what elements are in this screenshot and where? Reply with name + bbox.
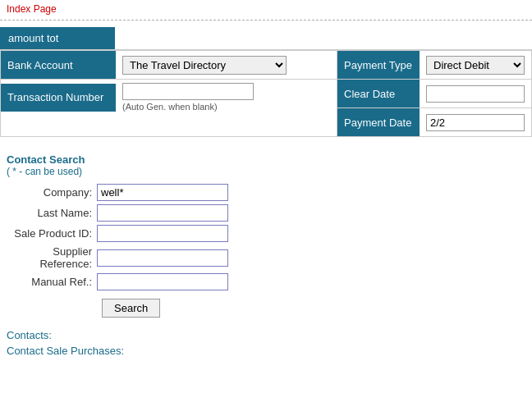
- company-label: Company:: [7, 186, 97, 199]
- clear-date-row: Clear Date: [337, 79, 531, 107]
- transaction-number-row: Transaction Number (Auto Gen. when blank…: [1, 79, 337, 115]
- supplier-ref-label: Supplier Reference:: [7, 245, 97, 270]
- company-row: Company:: [7, 184, 525, 201]
- contacts-section: Contacts: Contact Sale Purchases:: [0, 329, 532, 357]
- bank-account-value: The Travel Directory: [116, 53, 337, 78]
- right-column: Payment Type Direct Debit Clear Date: [337, 50, 531, 136]
- last-name-row: Last Name:: [7, 204, 525, 222]
- manual-ref-row: Manual Ref.:: [7, 273, 525, 290]
- payment-type-label: Payment Type: [337, 51, 420, 79]
- sale-product-label: Sale Product ID:: [7, 227, 97, 240]
- last-name-input[interactable]: [97, 204, 228, 222]
- bank-account-select[interactable]: The Travel Directory: [122, 56, 287, 75]
- contact-sale-purchases-link[interactable]: Contact Sale Purchases:: [7, 345, 525, 357]
- last-name-label: Last Name:: [7, 207, 97, 219]
- payment-date-label: Payment Date: [337, 108, 420, 136]
- bank-account-row: Bank Account The Travel Directory: [1, 50, 337, 79]
- transaction-number-value: (Auto Gen. when blank): [116, 80, 337, 115]
- transaction-number-input[interactable]: [122, 83, 254, 100]
- manual-ref-label: Manual Ref.:: [7, 276, 97, 288]
- contact-search-hint: ( * - can be used): [7, 166, 525, 177]
- clear-date-label: Clear Date: [337, 80, 420, 107]
- clear-date-input[interactable]: [426, 85, 525, 103]
- auto-gen-text: (Auto Gen. when blank): [122, 102, 330, 112]
- sale-product-input[interactable]: [97, 225, 228, 242]
- payment-date-input[interactable]: [426, 114, 525, 131]
- transaction-number-label: Transaction Number: [1, 84, 116, 112]
- contacts-link[interactable]: Contacts:: [7, 329, 525, 341]
- bank-account-label: Bank Account: [1, 51, 116, 79]
- payment-date-value: [420, 111, 531, 135]
- manual-ref-input[interactable]: [97, 273, 228, 290]
- payment-type-value: Direct Debit: [420, 53, 531, 78]
- payment-type-select[interactable]: Direct Debit: [426, 56, 525, 75]
- index-link[interactable]: Index Page: [0, 0, 63, 18]
- payment-date-row: Payment Date: [337, 107, 531, 136]
- amount-tot-bar: amount tot: [0, 27, 115, 49]
- contact-search-title: Contact Search: [7, 153, 525, 166]
- company-input[interactable]: [97, 184, 228, 201]
- supplier-ref-input[interactable]: [97, 249, 228, 267]
- contact-search-section: Contact Search ( * - can be used) Compan…: [0, 153, 532, 318]
- supplier-ref-row: Supplier Reference:: [7, 245, 525, 270]
- sale-product-row: Sale Product ID:: [7, 225, 525, 242]
- payment-type-row: Payment Type Direct Debit: [337, 50, 531, 79]
- search-button[interactable]: Search: [102, 299, 160, 318]
- clear-date-value: [420, 82, 531, 106]
